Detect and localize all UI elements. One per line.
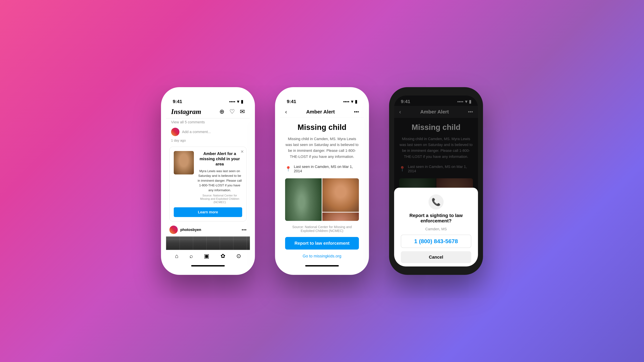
source-text-2: Source: National Center for Missing and … <box>285 225 359 233</box>
aerial-photo <box>166 237 250 250</box>
location-pin-icon: 📍 <box>285 166 291 172</box>
home-indicator-1 <box>191 265 225 267</box>
photo-top-right <box>322 178 359 212</box>
modal-cancel-button[interactable]: Cancel <box>401 251 471 263</box>
nav-shop-icon[interactable]: ✿ <box>220 253 225 259</box>
modal-report-title: Report a sighting to law enforcement? <box>401 213 471 224</box>
alert-source: Source: National Center for Missing and … <box>197 194 242 204</box>
phone-call-icon: 📞 <box>432 198 441 206</box>
alert-description: Myra Lewis was last seen on Saturday and… <box>197 169 242 193</box>
post-image <box>166 237 250 250</box>
add-icon[interactable]: ⊕ <box>219 108 224 115</box>
status-bar-2: 9:41 ▪▪▪▪ ▾ ▮ <box>280 95 364 106</box>
child-face-small <box>174 151 194 174</box>
instagram-header: Instagram ⊕ ♡ ✉ <box>166 106 250 118</box>
phone-2: 9:41 ▪▪▪▪ ▾ ▮ ‹ Amber Alert ••• Missing … <box>275 87 369 275</box>
location-row-2: 📍 Last seen in Camden, MS on Mar 1, 2014 <box>285 164 359 174</box>
phone-3-screen: 9:41 ▪▪▪▪ ▾ ▮ ‹ Amber Alert ••• Missing … <box>394 95 478 267</box>
modal-overlay: 📞 Report a sighting to law enforcement? … <box>394 95 478 267</box>
nav-home-icon[interactable]: ⌂ <box>175 253 178 259</box>
signal-icon-1: ▪▪▪▪ <box>229 99 235 104</box>
heart-icon[interactable]: ♡ <box>230 108 235 115</box>
missingkids-link[interactable]: Go to missingkids.org <box>285 254 359 258</box>
nav-profile-icon[interactable]: ⊙ <box>236 253 241 259</box>
phone-2-screen: 9:41 ▪▪▪▪ ▾ ▮ ‹ Amber Alert ••• Missing … <box>280 95 364 267</box>
instagram-logo: Instagram <box>171 108 201 116</box>
photo-grid-2: ⚠ <box>285 178 359 221</box>
photo-main-2: ⚠ <box>285 178 322 221</box>
feed-content: View all 5 comments Add a comment... 1 d… <box>166 118 250 250</box>
home-indicator-2 <box>305 265 339 267</box>
page-title-2: Amber Alert <box>306 109 335 115</box>
post-user: photosbyen <box>170 226 201 234</box>
phone-1: 9:41 ▪▪▪▪ ▾ ▮ Instagram ⊕ ♡ ✉ View all 5… <box>161 87 255 275</box>
add-comment-row[interactable]: Add a comment... <box>166 126 250 138</box>
close-button[interactable]: ✕ <box>240 149 244 154</box>
location-text-2: Last seen in Camden, MS on Mar 1, 2014 <box>294 165 359 173</box>
alert-text-content: Amber Alert for a missing child in your … <box>197 151 242 204</box>
modal-card: 📞 Report a sighting to law enforcement? … <box>394 188 478 267</box>
child-photo-thumbnail <box>174 151 194 174</box>
missing-description-2: Missing child in Camden, MS. Myra Lewis … <box>285 136 359 160</box>
status-bar-1: 9:41 ▪▪▪▪ ▾ ▮ <box>166 95 250 106</box>
learn-more-button[interactable]: Learn more <box>174 207 242 217</box>
missing-title-2: Missing child <box>285 123 359 132</box>
amber-alert-card: ✕ Amber Alert for a missing child in you… <box>170 147 246 221</box>
user-avatar <box>171 128 180 136</box>
status-time-2: 9:41 <box>287 99 296 104</box>
phones-container: 9:41 ▪▪▪▪ ▾ ▮ Instagram ⊕ ♡ ✉ View all 5… <box>161 87 483 275</box>
wifi-icon-1: ▾ <box>237 99 239 104</box>
signal-icon-2: ▪▪▪▪ <box>343 99 349 104</box>
detail-content-2: Missing child Missing child in Camden, M… <box>280 118 364 264</box>
wifi-icon-2: ▾ <box>351 99 353 104</box>
more-button-2[interactable]: ••• <box>354 109 359 114</box>
photo-bottom-right <box>322 213 359 221</box>
nav-reels-icon[interactable]: ▣ <box>204 253 209 259</box>
header-icons: ⊕ ♡ ✉ <box>219 108 245 115</box>
view-comments[interactable]: View all 5 comments <box>166 118 250 126</box>
nav-search-icon[interactable]: ⌕ <box>190 253 193 259</box>
battery-icon-1: ▮ <box>241 99 243 104</box>
modal-phone-number[interactable]: 1 (800) 843-5678 <box>401 235 471 248</box>
phone-1-screen: 9:41 ▪▪▪▪ ▾ ▮ Instagram ⊕ ♡ ✉ View all 5… <box>166 95 250 267</box>
messenger-icon[interactable]: ✉ <box>240 108 245 115</box>
alert-card-content: Amber Alert for a missing child in your … <box>174 151 242 204</box>
post-row: photosbyen ••• <box>166 223 250 237</box>
post-username: photosbyen <box>180 228 201 232</box>
status-icons-2: ▪▪▪▪ ▾ ▮ <box>343 99 357 104</box>
phone-call-icon-circle: 📞 <box>428 194 444 210</box>
report-law-enforcement-button[interactable]: Report to law enforcement <box>285 237 359 250</box>
status-icons-1: ▪▪▪▪ ▾ ▮ <box>229 99 243 104</box>
detail-header-2: ‹ Amber Alert ••• <box>280 106 364 118</box>
time-ago: 1 day ago <box>166 138 250 145</box>
alert-title: Amber Alert for a missing child in your … <box>197 151 242 167</box>
status-time-1: 9:41 <box>173 99 182 104</box>
comment-placeholder: Add a comment... <box>182 130 211 134</box>
post-more-icon[interactable]: ••• <box>242 227 246 232</box>
bottom-nav: ⌂ ⌕ ▣ ✿ ⊙ <box>166 250 250 264</box>
battery-icon-2: ▮ <box>355 99 357 104</box>
phone-3: 9:41 ▪▪▪▪ ▾ ▮ ‹ Amber Alert ••• Missing … <box>389 87 483 275</box>
modal-location: Camden, MS <box>425 227 447 231</box>
post-avatar <box>170 226 178 234</box>
back-button-2[interactable]: ‹ <box>285 108 287 115</box>
